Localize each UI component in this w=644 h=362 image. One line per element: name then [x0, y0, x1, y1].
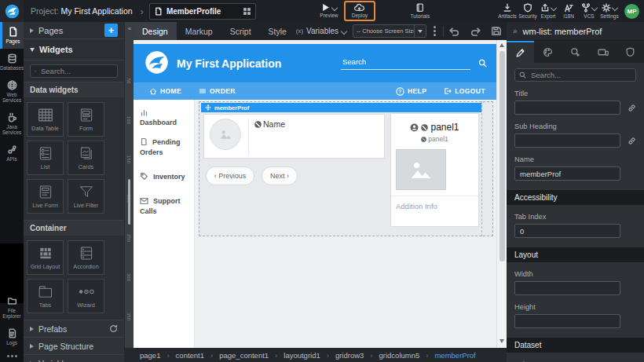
settings-button[interactable]: Settings [599, 3, 620, 20]
list-widget-titlebar[interactable]: memberProf [201, 103, 481, 112]
variables-dropdown[interactable]: (x) Variables [296, 27, 346, 35]
variables-section-header[interactable]: Variables [24, 354, 124, 362]
rail-item-logs[interactable]: Logs [0, 324, 24, 350]
next-page-button[interactable]: Next › [262, 166, 298, 185]
widget-tile-live-form[interactable]: Live Form [27, 179, 64, 214]
widget-tile-accordion[interactable]: Accordion [68, 240, 104, 275]
sidenav-dashboard[interactable]: Dashboard [134, 100, 194, 130]
sidenav-support-calls[interactable]: Support Calls [134, 184, 194, 218]
rail-item-pages[interactable]: Pages [0, 22, 24, 49]
widget-tile-cards[interactable]: Cards [68, 141, 104, 175]
breadcrumb-page-content1[interactable]: page_content1 [219, 351, 269, 360]
vcs-button[interactable]: VCS [579, 3, 599, 20]
widget-tile-tabs[interactable]: Tabs [27, 279, 64, 313]
widget-search[interactable] [30, 64, 118, 78]
screen-size-select[interactable]: -- Choose Screen Size -- [353, 24, 426, 38]
app-search[interactable]: Search [341, 57, 470, 70]
breadcrumb-gridrow3[interactable]: gridrow3 [335, 351, 364, 360]
deploy-button[interactable]: Deploy [344, 1, 375, 21]
breadcrumb-memberprof[interactable]: memberProf [434, 351, 475, 360]
page-selector[interactable]: MemberProfile [149, 3, 256, 20]
bind-link-icon[interactable] [628, 137, 636, 145]
rail-more-icon[interactable] [0, 350, 24, 362]
nav-home[interactable]: HOME [149, 87, 181, 95]
wavemaker-logo[interactable] [0, 0, 24, 22]
breadcrumb-layoutgrid1[interactable]: layoutgrid1 [284, 351, 320, 360]
widget-tile-list[interactable]: List [27, 141, 64, 175]
sidenav-inventory[interactable]: Inventory [134, 159, 194, 184]
tabindex-input[interactable] [514, 224, 620, 238]
property-search-input[interactable] [529, 70, 627, 80]
tab-styles[interactable] [534, 41, 562, 63]
tab-devices[interactable] [589, 41, 617, 63]
tab-script[interactable]: Script [221, 22, 260, 40]
redo-icon[interactable] [470, 26, 481, 36]
security-button[interactable]: Security [518, 3, 538, 20]
artifacts-button[interactable]: Artifacts [497, 3, 518, 20]
scroll-up-arrow[interactable] [499, 43, 504, 47]
app-search-icon[interactable] [478, 59, 487, 68]
title-input[interactable] [514, 101, 620, 115]
width-input[interactable] [514, 281, 620, 295]
previous-page-button[interactable]: ‹ Previous [206, 166, 254, 185]
refresh-icon[interactable] [109, 324, 118, 333]
book-icon [415, 3, 424, 13]
tab-style[interactable]: Style [260, 22, 295, 40]
nav-order[interactable]: ORDER [199, 87, 236, 95]
tutorials-button[interactable]: Tutorials [410, 3, 430, 20]
more-options-icon[interactable] [434, 26, 436, 36]
breadcrumb-content1[interactable]: content1 [176, 351, 204, 360]
pages-grid-icon[interactable] [243, 7, 251, 16]
add-page-button[interactable]: + [104, 24, 118, 37]
i18n-button[interactable]: I18N [558, 3, 579, 20]
list-item-template[interactable]: Name [203, 114, 385, 159]
tab-design[interactable]: Design [134, 22, 177, 40]
tab-properties[interactable] [507, 41, 534, 63]
name-input[interactable] [514, 166, 620, 181]
list-field-name: Name [263, 119, 285, 129]
widget-tile-wizard[interactable]: Wizard [68, 279, 104, 313]
prefabs-section-header[interactable]: Prefabs [24, 320, 124, 337]
nav-help[interactable]: ? HELP [396, 87, 426, 96]
page-structure-section-header[interactable]: Page Structure [24, 337, 124, 354]
preview-button[interactable]: Preview [319, 3, 339, 19]
widget-tile-live-filter[interactable]: Live Filter [68, 179, 104, 214]
rail-item-java-services[interactable]: Java Services [0, 108, 24, 140]
widgets-section-header[interactable]: Widgets [24, 39, 124, 60]
export-button[interactable]: Export [538, 3, 558, 20]
scrollbar-thumb[interactable] [499, 51, 505, 261]
sidenav-pending-orders[interactable]: Pending Orders [134, 130, 194, 159]
coffee-icon [7, 112, 17, 122]
bind-link-icon[interactable] [628, 104, 636, 112]
breadcrumb-gridcolumn5[interactable]: gridcolumn5 [379, 351, 420, 360]
rail-item-apis[interactable]: APIs [0, 140, 24, 166]
breadcrumb-page1[interactable]: page1 [140, 351, 160, 360]
panel-widget[interactable]: panel1 panel1 Addition Info [390, 113, 479, 227]
widget-tile-form[interactable]: Form [68, 102, 104, 137]
tab-security[interactable] [617, 41, 644, 63]
bind-icon [254, 121, 262, 128]
scroll-down-arrow[interactable] [499, 339, 504, 343]
nav-logout[interactable]: LOGOUT [444, 87, 485, 95]
rail-item-web-services[interactable]: Web Services [0, 75, 24, 108]
properties-panel-header: » wm-list: memberProf [507, 22, 644, 41]
collapse-right-panel-button[interactable]: » [513, 27, 518, 35]
height-input[interactable] [514, 314, 620, 328]
pages-section-header[interactable]: Pages + [24, 22, 124, 39]
ruler-scrollbar-thumb[interactable] [128, 179, 130, 225]
rail-item-databases[interactable]: Databases [0, 49, 24, 75]
user-avatar[interactable]: MP [624, 4, 639, 19]
rail-item-file-explorer[interactable]: File Explorer [0, 291, 24, 324]
canvas-scrollbar[interactable] [496, 40, 507, 348]
menu-icon [199, 87, 207, 95]
globe-icon [7, 80, 17, 90]
subheading-input[interactable] [514, 133, 620, 148]
tab-markup[interactable]: Markup [177, 22, 221, 40]
widget-tile-data-table[interactable]: Data Table [27, 102, 64, 137]
widget-search-input[interactable] [39, 66, 113, 76]
undo-icon[interactable] [448, 26, 460, 36]
widget-tile-grid-layout[interactable]: Grid Layout [27, 240, 64, 275]
property-search[interactable] [514, 68, 636, 82]
save-icon[interactable] [491, 26, 502, 36]
tab-events[interactable] [562, 41, 589, 63]
